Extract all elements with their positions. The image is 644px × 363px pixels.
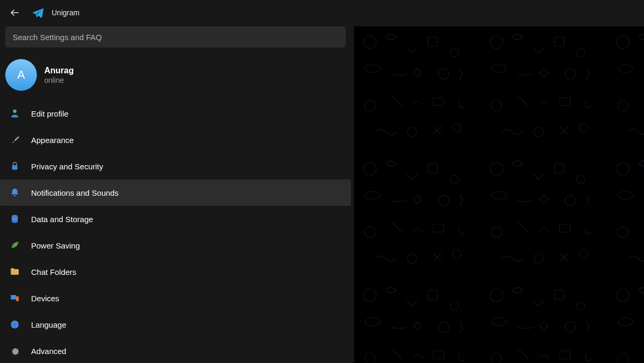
database-icon: [9, 213, 21, 225]
main: Search Settings and FAQ A Anurag online …: [0, 25, 644, 363]
settings-list: Edit profile Appearance Privacy and Secu…: [0, 98, 351, 363]
settings-item-data-storage[interactable]: Data and Storage: [0, 206, 351, 232]
gear-icon: [9, 345, 21, 357]
settings-label: Privacy and Security: [31, 162, 103, 171]
settings-item-edit-profile[interactable]: Edit profile: [0, 100, 351, 127]
svg-point-3: [14, 195, 15, 196]
search-wrap: Search Settings and FAQ: [0, 26, 351, 53]
settings-label: Advanced: [31, 347, 66, 356]
settings-item-privacy[interactable]: Privacy and Security: [0, 153, 351, 179]
background-pattern: [354, 26, 644, 363]
svg-point-1: [13, 110, 17, 113]
avatar-letter: A: [17, 68, 25, 82]
search-input[interactable]: Search Settings and FAQ: [5, 26, 346, 47]
search-placeholder: Search Settings and FAQ: [13, 33, 102, 42]
svg-rect-2: [12, 165, 17, 169]
profile-text: Anurag online: [44, 66, 74, 84]
devices-icon: [9, 292, 21, 304]
leaf-icon: [9, 240, 21, 251]
person-icon: [9, 108, 21, 119]
profile-status: online: [44, 76, 74, 84]
globe-icon: [9, 319, 21, 330]
settings-item-devices[interactable]: Devices: [0, 285, 351, 311]
settings-label: Power Saving: [31, 241, 80, 250]
settings-label: Data and Storage: [31, 215, 93, 224]
app-icon: [27, 2, 48, 23]
settings-sidebar: Search Settings and FAQ A Anurag online …: [0, 25, 351, 363]
settings-item-notifications[interactable]: Notifications and Sounds: [0, 179, 351, 206]
telegram-icon: [32, 7, 44, 18]
arrow-left-icon: [9, 7, 20, 18]
settings-item-appearance[interactable]: Appearance: [0, 127, 351, 153]
lock-icon: [9, 160, 21, 172]
settings-label: Language: [31, 320, 66, 329]
settings-label: Chat Folders: [31, 268, 76, 276]
svg-rect-7: [16, 297, 19, 301]
svg-point-5: [12, 218, 18, 221]
bell-icon: [9, 187, 21, 198]
settings-label: Appearance: [31, 136, 74, 145]
titlebar: Unigram: [0, 0, 644, 25]
back-button[interactable]: [4, 2, 25, 23]
folder-icon: [9, 266, 21, 278]
profile-name: Anurag: [44, 66, 74, 75]
settings-item-language[interactable]: Language: [0, 311, 351, 338]
svg-rect-15: [354, 26, 644, 363]
content-area: [354, 26, 644, 363]
app-title: Unigram: [52, 8, 80, 17]
svg-rect-6: [11, 295, 16, 299]
settings-label: Notifications and Sounds: [31, 188, 119, 197]
settings-item-power-saving[interactable]: Power Saving: [0, 232, 351, 259]
settings-label: Devices: [31, 294, 59, 303]
settings-label: Edit profile: [31, 109, 69, 118]
profile-header[interactable]: A Anurag online: [0, 53, 351, 98]
brush-icon: [9, 134, 21, 146]
settings-item-chat-folders[interactable]: Chat Folders: [0, 259, 351, 285]
avatar: A: [5, 59, 37, 91]
settings-item-advanced[interactable]: Advanced: [0, 338, 351, 363]
